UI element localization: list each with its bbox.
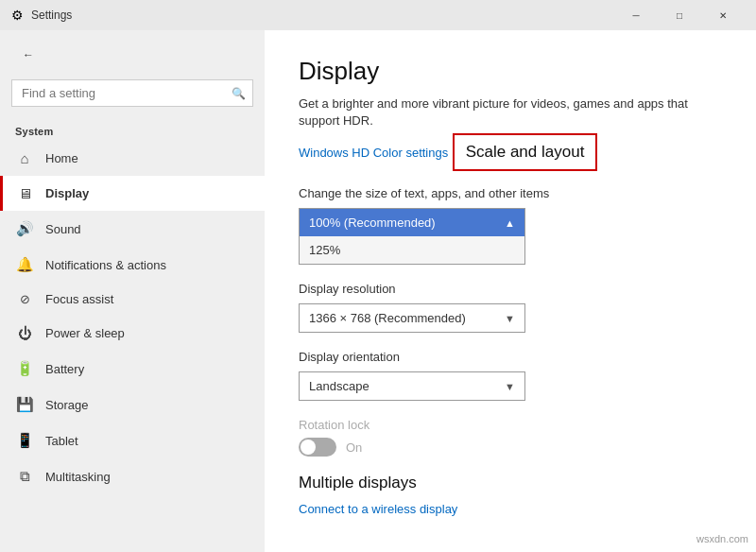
titlebar-left: ⚙ Settings xyxy=(11,8,72,23)
scale-section-box: Scale and layout xyxy=(453,133,598,171)
sidebar-item-power[interactable]: ⏻ Power & sleep xyxy=(0,316,265,351)
sidebar-item-home[interactable]: ⌂ Home xyxy=(0,141,265,176)
maximize-button[interactable]: □ xyxy=(658,0,701,30)
sidebar: ← 🔍 System ⌂ Home 🖥 Display 🔊 Sound 🔔 No… xyxy=(0,30,265,552)
scale-selected-option[interactable]: 100% (Recommended) ▲ xyxy=(300,209,524,236)
tablet-icon: 📱 xyxy=(15,432,34,449)
close-button[interactable]: ✕ xyxy=(701,0,745,30)
connect-wireless-link[interactable]: Connect to a wireless display xyxy=(299,502,457,516)
toggle-label: On xyxy=(346,440,362,455)
sidebar-item-label: Sound xyxy=(45,222,81,236)
power-icon: ⏻ xyxy=(15,325,34,341)
resolution-dropdown[interactable]: 1366 × 768 (Recommended) ▼ xyxy=(299,303,525,333)
orientation-field-block: Display orientation Landscape ▼ xyxy=(299,350,722,401)
orientation-chevron: ▼ xyxy=(505,381,515,392)
search-input[interactable] xyxy=(11,79,253,107)
titlebar: ⚙ Settings ─ □ ✕ xyxy=(0,0,756,30)
sidebar-item-tablet[interactable]: 📱 Tablet xyxy=(0,423,265,458)
focus-icon: ⊘ xyxy=(15,292,34,306)
orientation-label: Display orientation xyxy=(299,350,722,364)
resolution-field-block: Display resolution 1366 × 768 (Recommend… xyxy=(299,282,722,333)
scale-section-heading: Scale and layout xyxy=(466,143,585,161)
back-icon: ← xyxy=(23,48,34,61)
minimize-button[interactable]: ─ xyxy=(614,0,658,30)
titlebar-controls: ─ □ ✕ xyxy=(614,0,745,30)
resolution-value: 1366 × 768 (Recommended) xyxy=(309,311,466,325)
storage-icon: 💾 xyxy=(15,396,34,413)
hd-color-link[interactable]: Windows HD Color settings xyxy=(299,146,448,160)
multiple-displays-heading: Multiple displays xyxy=(299,474,722,492)
sidebar-item-label: Display xyxy=(45,186,89,200)
orientation-dropdown[interactable]: Landscape ▼ xyxy=(299,371,525,401)
sound-icon: 🔊 xyxy=(15,220,34,237)
scale-option-125[interactable]: 125% xyxy=(300,236,524,264)
dropdown-chevron-up: ▲ xyxy=(505,217,515,229)
scale-selected-label: 100% (Recommended) xyxy=(309,216,436,230)
back-button[interactable]: ← xyxy=(15,42,42,68)
sidebar-item-storage[interactable]: 💾 Storage xyxy=(0,387,265,423)
battery-icon: 🔋 xyxy=(15,360,34,377)
sidebar-nav-top: ← xyxy=(0,30,265,79)
rotation-lock-block: Rotation lock On xyxy=(299,418,722,457)
orientation-value: Landscape xyxy=(309,379,369,393)
notifications-icon: 🔔 xyxy=(15,256,34,273)
sidebar-item-focus[interactable]: ⊘ Focus assist xyxy=(0,283,265,316)
content-subtitle: Get a brighter and more vibrant picture … xyxy=(299,95,722,129)
multitasking-icon: ⧉ xyxy=(15,468,34,485)
watermark: wsxdn.com xyxy=(696,533,748,544)
sidebar-item-label: Focus assist xyxy=(45,292,113,306)
sidebar-item-sound[interactable]: 🔊 Sound xyxy=(0,211,265,247)
sidebar-item-label: Notifications & actions xyxy=(45,258,166,272)
sidebar-item-label: Home xyxy=(45,151,78,165)
sidebar-item-battery[interactable]: 🔋 Battery xyxy=(0,351,265,387)
sidebar-item-label: Tablet xyxy=(45,434,78,448)
resolution-chevron: ▼ xyxy=(505,313,515,324)
sidebar-item-label: Storage xyxy=(45,398,89,412)
rotation-toggle-row: On xyxy=(299,438,722,457)
scale-field-label: Change the size of text, apps, and other… xyxy=(299,186,722,200)
rotation-lock-label: Rotation lock xyxy=(299,418,722,432)
content-area: Display Get a brighter and more vibrant … xyxy=(265,30,756,552)
resolution-label: Display resolution xyxy=(299,282,722,296)
settings-icon: ⚙ xyxy=(11,8,24,23)
toggle-knob xyxy=(301,440,316,455)
sidebar-section-label: System xyxy=(0,118,265,141)
search-icon: 🔍 xyxy=(232,87,246,100)
scale-field-block: Change the size of text, apps, and other… xyxy=(299,186,722,265)
sidebar-item-notifications[interactable]: 🔔 Notifications & actions xyxy=(0,247,265,283)
display-icon: 🖥 xyxy=(15,185,34,201)
sidebar-item-label: Multitasking xyxy=(45,470,111,484)
titlebar-title: Settings xyxy=(31,9,72,22)
sidebar-item-multitasking[interactable]: ⧉ Multitasking xyxy=(0,458,265,494)
sidebar-item-label: Battery xyxy=(45,362,84,376)
home-icon: ⌂ xyxy=(15,150,34,166)
sidebar-item-display[interactable]: 🖥 Display xyxy=(0,176,265,211)
sidebar-item-label: Power & sleep xyxy=(45,326,125,340)
rotation-toggle[interactable] xyxy=(299,438,336,457)
sidebar-search: 🔍 xyxy=(11,79,253,107)
app-body: ← 🔍 System ⌂ Home 🖥 Display 🔊 Sound 🔔 No… xyxy=(0,30,756,552)
scale-dropdown[interactable]: 100% (Recommended) ▲ 125% xyxy=(299,208,525,265)
page-title: Display xyxy=(299,57,722,86)
